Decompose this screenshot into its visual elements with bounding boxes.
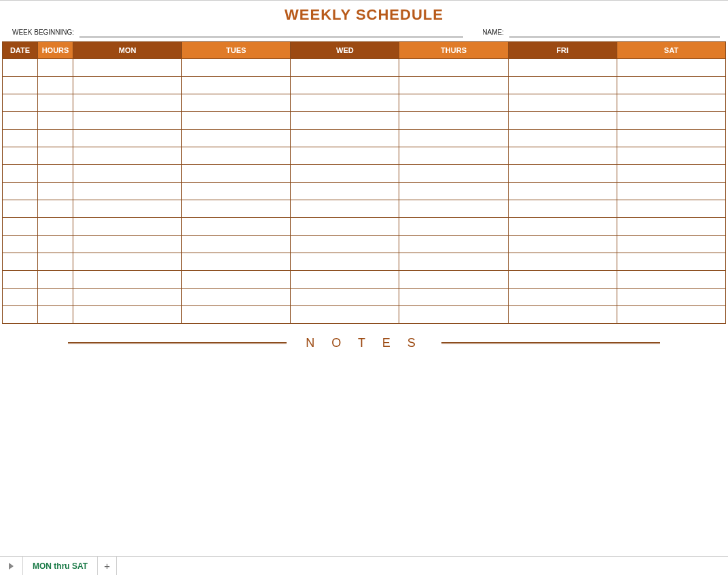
table-cell[interactable] xyxy=(38,253,73,271)
table-cell[interactable] xyxy=(399,236,508,253)
table-cell[interactable] xyxy=(291,218,399,236)
table-cell[interactable] xyxy=(617,183,725,200)
table-cell[interactable] xyxy=(617,94,725,112)
table-cell[interactable] xyxy=(291,236,399,253)
table-cell[interactable] xyxy=(38,77,73,94)
table-cell[interactable] xyxy=(399,130,508,147)
sheet-nav-next[interactable] xyxy=(0,557,23,575)
table-cell[interactable] xyxy=(508,271,617,289)
table-cell[interactable] xyxy=(3,59,38,77)
table-cell[interactable] xyxy=(182,306,291,324)
table-cell[interactable] xyxy=(617,271,725,289)
table-cell[interactable] xyxy=(38,183,73,200)
table-cell[interactable] xyxy=(291,200,399,218)
table-cell[interactable] xyxy=(399,289,508,306)
table-cell[interactable] xyxy=(38,289,73,306)
table-cell[interactable] xyxy=(508,218,617,236)
table-cell[interactable] xyxy=(73,271,182,289)
table-cell[interactable] xyxy=(73,112,182,130)
table-cell[interactable] xyxy=(291,59,399,77)
table-cell[interactable] xyxy=(38,59,73,77)
table-cell[interactable] xyxy=(73,130,182,147)
table-cell[interactable] xyxy=(182,253,291,271)
table-cell[interactable] xyxy=(73,236,182,253)
table-cell[interactable] xyxy=(38,271,73,289)
table-cell[interactable] xyxy=(182,147,291,165)
table-cell[interactable] xyxy=(399,253,508,271)
table-cell[interactable] xyxy=(182,289,291,306)
table-cell[interactable] xyxy=(73,306,182,324)
table-cell[interactable] xyxy=(3,236,38,253)
table-cell[interactable] xyxy=(3,218,38,236)
table-cell[interactable] xyxy=(399,183,508,200)
table-cell[interactable] xyxy=(291,271,399,289)
table-cell[interactable] xyxy=(73,253,182,271)
table-cell[interactable] xyxy=(182,200,291,218)
table-cell[interactable] xyxy=(291,253,399,271)
table-cell[interactable] xyxy=(291,147,399,165)
table-cell[interactable] xyxy=(291,183,399,200)
table-cell[interactable] xyxy=(617,165,725,183)
table-cell[interactable] xyxy=(38,94,73,112)
table-cell[interactable] xyxy=(73,94,182,112)
table-cell[interactable] xyxy=(182,130,291,147)
table-cell[interactable] xyxy=(508,77,617,94)
table-cell[interactable] xyxy=(182,236,291,253)
table-cell[interactable] xyxy=(73,165,182,183)
table-cell[interactable] xyxy=(617,77,725,94)
table-cell[interactable] xyxy=(291,94,399,112)
table-cell[interactable] xyxy=(3,183,38,200)
table-cell[interactable] xyxy=(291,306,399,324)
table-cell[interactable] xyxy=(291,130,399,147)
table-cell[interactable] xyxy=(399,147,508,165)
sheet-tab-active[interactable]: MON thru SAT xyxy=(23,557,98,575)
table-cell[interactable] xyxy=(399,94,508,112)
table-cell[interactable] xyxy=(38,147,73,165)
table-cell[interactable] xyxy=(73,77,182,94)
table-cell[interactable] xyxy=(73,289,182,306)
add-sheet-button[interactable]: + xyxy=(98,557,117,575)
table-cell[interactable] xyxy=(38,165,73,183)
table-cell[interactable] xyxy=(291,289,399,306)
table-cell[interactable] xyxy=(182,165,291,183)
table-cell[interactable] xyxy=(617,200,725,218)
table-cell[interactable] xyxy=(3,253,38,271)
table-cell[interactable] xyxy=(508,289,617,306)
table-cell[interactable] xyxy=(508,147,617,165)
table-cell[interactable] xyxy=(508,236,617,253)
table-cell[interactable] xyxy=(182,77,291,94)
table-cell[interactable] xyxy=(399,112,508,130)
table-cell[interactable] xyxy=(3,130,38,147)
table-cell[interactable] xyxy=(182,271,291,289)
table-cell[interactable] xyxy=(617,112,725,130)
table-cell[interactable] xyxy=(291,77,399,94)
table-cell[interactable] xyxy=(399,218,508,236)
table-cell[interactable] xyxy=(508,253,617,271)
table-cell[interactable] xyxy=(508,94,617,112)
table-cell[interactable] xyxy=(3,77,38,94)
table-cell[interactable] xyxy=(508,59,617,77)
table-cell[interactable] xyxy=(182,218,291,236)
table-cell[interactable] xyxy=(3,289,38,306)
table-cell[interactable] xyxy=(182,112,291,130)
table-cell[interactable] xyxy=(3,271,38,289)
table-cell[interactable] xyxy=(508,183,617,200)
table-cell[interactable] xyxy=(617,289,725,306)
table-cell[interactable] xyxy=(617,306,725,324)
table-cell[interactable] xyxy=(399,165,508,183)
table-cell[interactable] xyxy=(73,147,182,165)
table-cell[interactable] xyxy=(617,236,725,253)
table-cell[interactable] xyxy=(38,236,73,253)
table-cell[interactable] xyxy=(3,112,38,130)
table-cell[interactable] xyxy=(3,306,38,324)
table-cell[interactable] xyxy=(399,306,508,324)
table-cell[interactable] xyxy=(399,271,508,289)
table-cell[interactable] xyxy=(3,147,38,165)
table-cell[interactable] xyxy=(291,165,399,183)
table-cell[interactable] xyxy=(508,165,617,183)
table-cell[interactable] xyxy=(399,77,508,94)
table-cell[interactable] xyxy=(38,112,73,130)
table-cell[interactable] xyxy=(617,218,725,236)
table-cell[interactable] xyxy=(508,200,617,218)
table-cell[interactable] xyxy=(38,200,73,218)
